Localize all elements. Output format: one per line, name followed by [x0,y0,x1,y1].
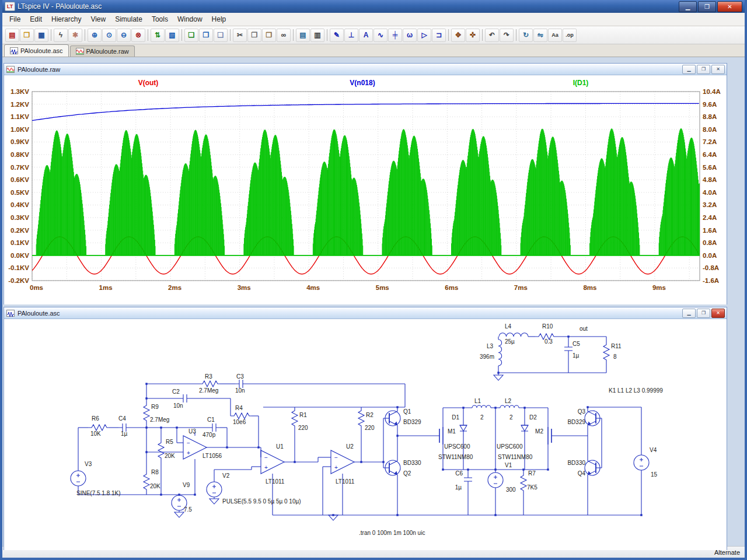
component-label[interactable]: R10 [542,323,553,330]
component-label[interactable]: M1 [448,428,456,435]
component-label[interactable]: 10n [173,402,183,409]
mosfet-symbol[interactable] [548,427,551,444]
component-label[interactable]: L4 [505,323,512,330]
halt-simulation-icon[interactable]: ✱ [68,29,82,42]
component-label[interactable]: R5 [166,439,173,445]
resistor-symbol[interactable] [158,439,164,460]
component-label[interactable]: out [580,326,588,332]
component-label[interactable]: 1µ [573,352,580,359]
draw-wire-icon[interactable]: ✎ [330,29,344,42]
menu-item-help[interactable]: Help [207,13,231,25]
waveform-minimize-button[interactable]: ▁ [682,65,696,74]
zoom-back-icon[interactable]: ⊙ [102,29,116,42]
schematic-restore-button[interactable]: ❐ [697,309,710,318]
close-button[interactable]: ✕ [717,1,742,12]
component-label[interactable]: STW11NM80 [438,454,473,460]
component-label[interactable]: K1 L1 L2 L3 0.99999 [609,387,663,394]
waveform-restore-button[interactable]: ❐ [697,65,710,74]
component-label[interactable]: 10K [90,430,101,437]
component-label[interactable]: .tran 0 100m 1m 100n uic [359,530,425,536]
capacitor-symbol[interactable] [208,424,220,432]
schematic-minimize-button[interactable]: ▁ [682,309,696,318]
schematic-canvas[interactable]: −+−+−+L425µR100.3outC51µR118L3396mK1 L1 … [4,319,727,550]
zoom-out-icon[interactable]: ⊖ [117,29,131,42]
component-label[interactable]: R4 [235,405,243,411]
open-file-icon[interactable]: ❒ [20,29,34,42]
resistor-symbol[interactable] [292,407,298,428]
paste-icon[interactable]: ❒ [262,29,276,42]
move-icon[interactable]: ✥ [451,29,465,42]
ground-symbol[interactable] [174,512,184,517]
component-label[interactable]: V2 [222,473,230,479]
spice-directive-icon[interactable]: .op [563,29,577,42]
component-label[interactable]: BD330 [567,460,585,466]
component-label[interactable]: 220 [365,425,375,431]
component-label[interactable]: Q4 [578,470,586,477]
waveform-plot[interactable]: 1.3KV1.2KV1.1KV1.0KV0.9KV0.8KV0.7KV0.6KV… [4,75,727,304]
redo-icon[interactable]: ↷ [500,29,514,42]
component-label[interactable]: 0.3 [544,338,553,345]
place-inductor-icon[interactable]: ω [403,29,417,42]
menu-item-simulate[interactable]: Simulate [110,13,147,25]
print-icon[interactable]: ▥ [310,29,324,42]
component-label[interactable]: U3 [189,428,196,435]
component-label[interactable]: 2.7Meg [150,416,169,423]
menu-item-file[interactable]: File [5,13,25,25]
component-label[interactable]: C2 [172,388,180,395]
component-label[interactable]: V3 [85,461,92,467]
resistor-symbol[interactable] [358,407,364,428]
component-label[interactable]: 25µ [505,338,515,345]
component-label[interactable]: LT1011 [266,478,285,485]
diode-symbol[interactable] [521,425,528,431]
component-label[interactable]: LT1011 [336,478,355,485]
component-label[interactable]: C3 [236,373,244,380]
place-diode-icon[interactable]: ▷ [417,29,431,42]
component-label[interactable]: U2 [346,443,354,450]
component-label[interactable]: BD329 [567,419,585,425]
menu-item-tools[interactable]: Tools [147,13,173,25]
component-label[interactable]: R8 [151,469,159,475]
capacitor-symbol[interactable] [179,394,191,402]
component-label[interactable]: 220 [298,425,308,431]
component-label[interactable]: R7 [528,470,536,477]
voltage-source-symbol[interactable] [488,473,503,488]
run-simulation-icon[interactable]: ϟ [54,29,68,42]
component-label[interactable]: 2.7Meg [199,387,218,394]
component-label[interactable]: V1 [505,462,512,468]
component-label[interactable]: 300 [506,487,516,493]
voltage-source-symbol[interactable] [207,482,222,497]
component-label[interactable]: V9 [183,482,190,488]
component-label[interactable]: 20K [165,453,175,459]
component-label[interactable]: C1 [207,416,215,423]
menu-item-view[interactable]: View [86,13,110,25]
component-label[interactable]: 8 [613,354,617,360]
component-label[interactable]: 10n [235,387,245,394]
inductor-symbol[interactable] [498,340,502,366]
component-label[interactable]: 15 [651,471,658,478]
component-label[interactable]: U1 [276,443,284,450]
component-label[interactable]: 470p [203,432,216,438]
ground-symbol[interactable] [210,499,219,504]
component-label[interactable]: R2 [366,412,374,418]
schematic-close-button[interactable]: ✕ [711,309,725,318]
zoom-full-extents-icon[interactable]: ⊗ [131,29,145,42]
inductor-symbol[interactable] [499,333,528,337]
diode-symbol[interactable] [460,422,467,436]
inductor-symbol[interactable] [472,405,491,408]
new-schematic-icon[interactable]: ▤ [5,29,19,42]
legend-I(D1)[interactable]: I(D1) [573,79,589,87]
rotate-icon[interactable]: ↻ [519,29,533,42]
undo-icon[interactable]: ↶ [485,29,499,42]
component-label[interactable]: R1 [299,412,307,418]
tab-palouloute-asc[interactable]: PAlouloute.asc [4,44,69,57]
component-label[interactable]: SINE(7.5 1.8 1K) [76,490,121,496]
diode-symbol[interactable] [460,425,467,431]
menu-item-window[interactable]: Window [173,13,207,25]
drag-icon[interactable]: ✜ [466,29,480,42]
component-label[interactable]: Q1 [403,408,411,415]
component-label[interactable]: 1µ [121,430,128,437]
text-icon[interactable]: Aa [548,29,562,42]
print-preview-icon[interactable]: ▤ [296,29,310,42]
component-label[interactable]: L3 [487,343,494,349]
plot-settings-icon[interactable]: ▧ [165,29,179,42]
